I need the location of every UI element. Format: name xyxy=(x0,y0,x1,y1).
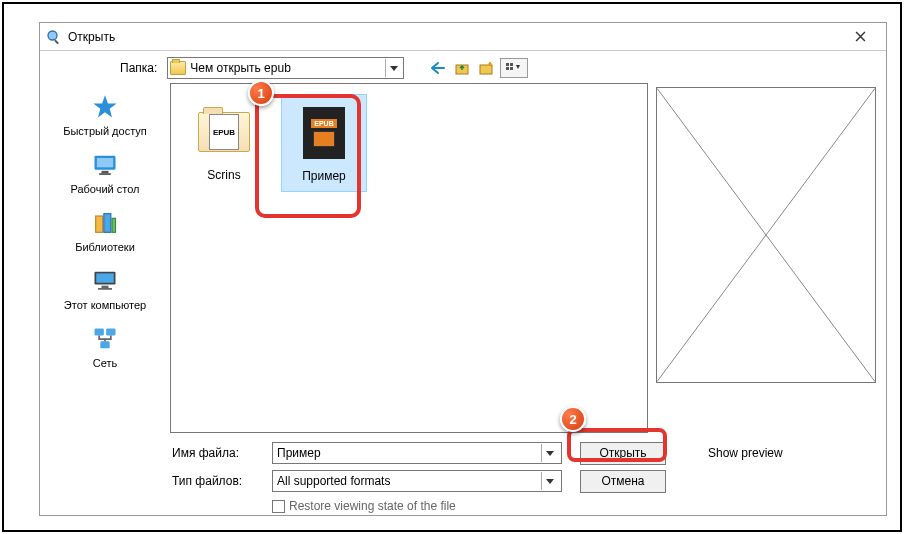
restore-label: Restore viewing state of the file xyxy=(289,499,456,513)
main-area: Быстрый доступ Рабочий стол Библиотеки xyxy=(40,83,886,433)
file-label: Scrins xyxy=(207,168,240,182)
svg-rect-16 xyxy=(96,273,114,282)
preview-pane xyxy=(656,87,876,383)
svg-rect-9 xyxy=(97,158,113,167)
svg-rect-18 xyxy=(98,288,112,290)
sidebar-item-network[interactable]: Сеть xyxy=(89,323,121,369)
filename-value: Пример xyxy=(277,446,541,460)
svg-rect-7 xyxy=(510,67,513,70)
sidebar-label: Этот компьютер xyxy=(64,299,146,311)
chevron-down-icon xyxy=(541,472,557,490)
outer-frame: Открыть Папка: Чем открыть epub xyxy=(2,2,902,532)
views-button[interactable] xyxy=(500,58,528,78)
libraries-icon xyxy=(89,207,121,239)
nav-icons xyxy=(428,58,528,78)
svg-rect-13 xyxy=(104,214,111,233)
up-folder-icon[interactable] xyxy=(452,58,472,78)
svg-rect-12 xyxy=(96,216,103,232)
sidebar-label: Сеть xyxy=(93,357,117,369)
sidebar-label: Библиотеки xyxy=(75,241,135,253)
svg-rect-1 xyxy=(54,39,59,44)
epub-file-icon: EPUB xyxy=(294,103,354,163)
file-item-epub[interactable]: EPUB Пример xyxy=(281,94,367,192)
svg-rect-10 xyxy=(102,171,109,173)
open-dialog: Открыть Папка: Чем открыть epub xyxy=(39,22,887,516)
star-icon xyxy=(89,91,121,123)
filetype-label: Тип файлов: xyxy=(172,474,264,488)
open-button[interactable]: Открыть xyxy=(580,442,666,465)
titlebar: Открыть xyxy=(40,23,886,51)
preview-empty-icon xyxy=(657,88,875,382)
sidebar-item-libraries[interactable]: Библиотеки xyxy=(75,207,135,253)
network-icon xyxy=(89,323,121,355)
chevron-down-icon xyxy=(541,444,557,462)
folder-combo-value: Чем открыть epub xyxy=(190,61,385,75)
svg-rect-11 xyxy=(99,173,111,175)
filetype-combo[interactable]: All supported formats xyxy=(272,470,562,492)
magnifier-icon xyxy=(46,29,62,45)
folder-combo[interactable]: Чем открыть epub xyxy=(167,57,404,79)
close-button[interactable] xyxy=(840,24,880,50)
sidebar-label: Быстрый доступ xyxy=(63,125,147,137)
restore-row: Restore viewing state of the file xyxy=(172,499,886,513)
sidebar-item-desktop[interactable]: Рабочий стол xyxy=(70,149,139,195)
annotation-callout-1: 1 xyxy=(248,80,274,106)
sidebar-item-quick-access[interactable]: Быстрый доступ xyxy=(63,91,147,137)
file-label: Пример xyxy=(302,169,346,183)
desktop-icon xyxy=(89,149,121,181)
back-icon[interactable] xyxy=(428,58,448,78)
epub-file-badge: EPUB xyxy=(311,119,336,128)
sidebar-item-this-pc[interactable]: Этот компьютер xyxy=(64,265,146,311)
computer-icon xyxy=(89,265,121,297)
svg-rect-21 xyxy=(100,341,109,348)
filetype-value: All supported formats xyxy=(277,474,541,488)
svg-rect-17 xyxy=(101,286,108,288)
places-sidebar: Быстрый доступ Рабочий стол Библиотеки xyxy=(40,83,170,433)
svg-rect-4 xyxy=(506,63,509,66)
svg-rect-5 xyxy=(506,67,509,70)
file-list[interactable]: EPUB Scrins EPUB Пример xyxy=(170,83,648,433)
chevron-down-icon xyxy=(385,59,401,77)
folder-icon xyxy=(170,61,186,75)
new-folder-icon[interactable] xyxy=(476,58,496,78)
file-item-folder[interactable]: EPUB Scrins xyxy=(181,94,267,190)
filename-label: Имя файла: xyxy=(172,446,264,460)
svg-rect-20 xyxy=(106,329,115,336)
annotation-callout-2: 2 xyxy=(560,406,586,432)
sidebar-label: Рабочий стол xyxy=(70,183,139,195)
filetype-row: Тип файлов: All supported formats Отмена xyxy=(172,467,886,495)
filename-combo[interactable]: Пример xyxy=(272,442,562,464)
window-title: Открыть xyxy=(68,30,840,44)
svg-point-0 xyxy=(48,31,57,40)
folder-label: Папка: xyxy=(120,61,157,75)
folder-thumb-icon: EPUB xyxy=(194,102,254,162)
show-preview-label[interactable]: Show preview xyxy=(708,446,783,460)
epub-badge: EPUB xyxy=(209,114,239,150)
restore-checkbox[interactable] xyxy=(272,500,285,513)
svg-rect-3 xyxy=(480,65,492,74)
cancel-button[interactable]: Отмена xyxy=(580,470,666,493)
toolbar: Папка: Чем открыть epub xyxy=(40,53,886,83)
filename-row: Имя файла: Пример Открыть Show preview xyxy=(172,439,886,467)
svg-rect-19 xyxy=(95,329,104,336)
svg-rect-14 xyxy=(112,218,116,232)
bottom-panel: Имя файла: Пример Открыть Show preview Т… xyxy=(40,433,886,513)
svg-rect-6 xyxy=(510,63,513,66)
